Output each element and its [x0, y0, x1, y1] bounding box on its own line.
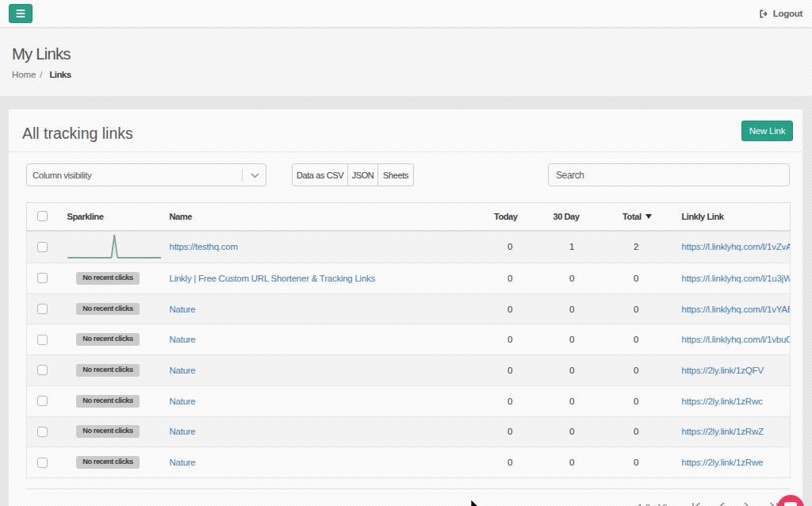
header-sparkline[interactable]: Sparkline	[58, 203, 163, 231]
linkly-short-link[interactable]: https://l.linklyhq.com/l/1vZvA	[682, 242, 791, 251]
cell-today: 0	[489, 263, 519, 294]
no-recent-clicks-badge: No recent clicks	[76, 303, 139, 316]
linkly-short-link[interactable]: https://2ly.link/1zRwZ	[682, 427, 764, 436]
link-row: No recent clicksNature000https://2ly.lin…	[27, 447, 791, 478]
cell-total: 0	[581, 447, 653, 478]
link-row: https://testhq.com012https://l.linklyhq.…	[27, 231, 791, 263]
row-checkbox[interactable]	[37, 242, 48, 252]
page-header: My Links Home/Links	[0, 29, 812, 96]
header-linkly-link[interactable]: Linkly Link	[653, 203, 791, 231]
sparkline-chart	[67, 233, 163, 259]
link-row: No recent clicksLinkly | Free Custom URL…	[27, 263, 791, 294]
row-checkbox[interactable]	[37, 458, 48, 468]
footer-divider	[26, 489, 790, 489]
cell-thirty_day: 0	[519, 385, 581, 416]
links-table: Sparkline Name Today 30 Day Total Linkly…	[26, 202, 791, 478]
first-page-icon[interactable]	[691, 502, 702, 506]
header-30day[interactable]: 30 Day	[519, 203, 581, 231]
cell-thirty_day: 0	[519, 447, 581, 478]
cell-today: 0	[489, 355, 519, 386]
row-checkbox[interactable]	[37, 427, 48, 437]
sort-desc-triangle-icon	[645, 214, 652, 219]
no-recent-clicks-badge: No recent clicks	[76, 425, 139, 438]
link-name[interactable]: Nature	[170, 397, 196, 406]
no-recent-clicks-badge: No recent clicks	[76, 395, 139, 408]
no-recent-clicks-badge: No recent clicks	[76, 364, 139, 377]
linkly-short-link[interactable]: https://l.linklyhq.com/l/1vbuC	[682, 335, 791, 344]
row-checkbox[interactable]	[37, 396, 48, 406]
cell-total: 2	[581, 231, 653, 263]
cell-today: 0	[489, 385, 519, 416]
chat-bubble-icon	[784, 502, 797, 506]
panel-title: All tracking links	[22, 125, 133, 143]
cell-total: 0	[581, 416, 653, 447]
link-name[interactable]: Linkly | Free Custom URL Shortener & Tra…	[170, 274, 376, 283]
links-table-wrap: Sparkline Name Today 30 Day Total Linkly…	[26, 202, 790, 478]
top-navbar: Logout	[0, 0, 812, 28]
link-name[interactable]: Nature	[170, 366, 196, 375]
header-today[interactable]: Today	[489, 203, 519, 231]
linkly-short-link[interactable]: https://l.linklyhq.com/l/1u3jW	[682, 274, 791, 283]
hamburger-icon	[17, 10, 25, 17]
dropdown-separator	[242, 169, 243, 182]
row-checkbox[interactable]	[37, 304, 48, 314]
logout-label: Logout	[773, 9, 802, 18]
link-row: No recent clicksNature000https://2ly.lin…	[27, 355, 791, 386]
link-row: No recent clicksNature000https://l.linkl…	[27, 293, 791, 324]
link-row: No recent clicksNature000https://2ly.lin…	[27, 416, 791, 447]
select-all-checkbox[interactable]	[37, 211, 48, 221]
search-input[interactable]	[548, 163, 790, 186]
breadcrumb: Home/Links	[12, 70, 71, 79]
cell-thirty_day: 0	[519, 355, 581, 386]
table-controls: Column visibility Data as CSV JSON Sheet…	[9, 152, 802, 200]
app: Logout My Links Home/Links All tracking …	[0, 0, 812, 506]
menu-toggle-button[interactable]	[9, 4, 33, 23]
linkly-short-link[interactable]: https://l.linklyhq.com/l/1vYAB	[682, 305, 791, 314]
cell-total: 0	[581, 263, 653, 294]
cell-total: 0	[581, 293, 653, 324]
link-row: No recent clicksNature000https://l.linkl…	[27, 324, 791, 355]
cell-today: 0	[489, 231, 519, 263]
logout-button[interactable]: Logout	[760, 0, 802, 27]
link-name[interactable]: https://testhq.com	[170, 242, 238, 251]
export-button-group: Data as CSV JSON Sheets	[292, 163, 414, 186]
cell-thirty_day: 0	[519, 263, 581, 294]
link-name[interactable]: Nature	[170, 458, 196, 467]
sign-out-icon	[760, 10, 768, 18]
content-area: All tracking links New Link Column visib…	[0, 96, 812, 506]
cell-thirty_day: 0	[519, 293, 581, 324]
linkly-short-link[interactable]: https://2ly.link/1zQFV	[682, 366, 764, 375]
no-recent-clicks-badge: No recent clicks	[76, 272, 139, 285]
cell-total: 0	[581, 324, 653, 355]
column-visibility-label: Column visibility	[33, 171, 91, 180]
chevron-left-icon[interactable]	[718, 502, 726, 506]
row-checkbox[interactable]	[37, 365, 48, 375]
link-name[interactable]: Nature	[170, 427, 196, 436]
panel-header: All tracking links New Link	[9, 109, 802, 152]
export-csv-button[interactable]: Data as CSV	[292, 163, 348, 186]
cell-today: 0	[489, 324, 519, 355]
cell-total: 0	[581, 355, 653, 386]
table-header-row: Sparkline Name Today 30 Day Total Linkly…	[27, 203, 791, 231]
row-checkbox[interactable]	[37, 335, 48, 345]
cell-thirty_day: 0	[519, 416, 581, 447]
tracking-links-panel: All tracking links New Link Column visib…	[9, 109, 802, 506]
cell-today: 0	[489, 416, 519, 447]
chevron-right-icon[interactable]	[743, 502, 751, 506]
breadcrumb-home-link[interactable]: Home	[12, 70, 36, 79]
link-row: No recent clicksNature000https://2ly.lin…	[27, 385, 791, 416]
column-visibility-dropdown[interactable]: Column visibility	[26, 163, 266, 186]
link-name[interactable]: Nature	[170, 335, 196, 344]
link-name[interactable]: Nature	[170, 305, 196, 314]
row-checkbox[interactable]	[37, 273, 48, 283]
header-total[interactable]: Total	[581, 203, 653, 231]
linkly-short-link[interactable]: https://2ly.link/1zRwc	[682, 397, 763, 406]
new-link-button[interactable]: New Link	[741, 121, 793, 141]
cell-today: 0	[489, 447, 519, 478]
export-sheets-button[interactable]: Sheets	[378, 163, 414, 186]
header-name[interactable]: Name	[163, 203, 489, 231]
no-recent-clicks-badge: No recent clicks	[76, 333, 139, 346]
linkly-short-link[interactable]: https://2ly.link/1zRwe	[682, 458, 764, 467]
export-json-button[interactable]: JSON	[348, 163, 378, 186]
chevron-down-icon	[251, 173, 259, 178]
